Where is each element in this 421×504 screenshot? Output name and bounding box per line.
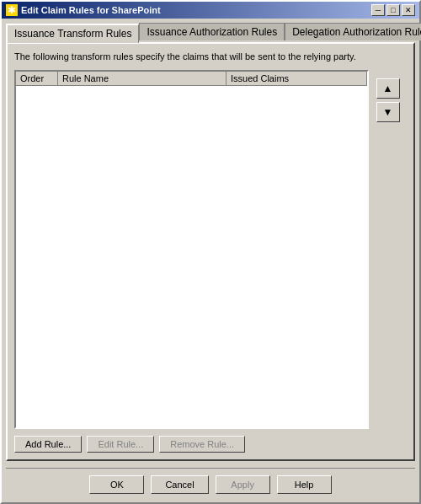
window-icon: ✱ (6, 4, 18, 16)
tab-issuance-transform[interactable]: Issuance Transform Rules (6, 24, 139, 43)
tab-content: The following transform rules specify th… (6, 42, 415, 461)
table-area: Order Rule Name Issued Claims Add Rule..… (14, 70, 369, 453)
apply-button[interactable]: Apply (216, 475, 270, 494)
add-rule-button[interactable]: Add Rule... (14, 436, 82, 453)
tab-issuance-authorization-label: Issuance Authorization Rules (147, 26, 277, 38)
edit-rule-button[interactable]: Edit Rule... (87, 436, 154, 453)
table-body (16, 86, 367, 427)
rule-buttons: Add Rule... Edit Rule... Remove Rule... (14, 436, 369, 453)
minimize-button[interactable]: ─ (371, 4, 385, 16)
column-header-issued-claims: Issued Claims (226, 72, 367, 85)
up-arrow-icon: ▲ (383, 83, 393, 94)
column-header-order: Order (16, 72, 58, 85)
tab-issuance-authorization[interactable]: Issuance Authorization Rules (139, 23, 285, 40)
help-button[interactable]: Help (277, 475, 332, 494)
cancel-button[interactable]: Cancel (151, 475, 208, 494)
title-bar: ✱ Edit Claim Rules for SharePoint ─ □ ✕ (2, 2, 419, 19)
window-content: Issuance Transform Rules Issuance Author… (2, 19, 419, 502)
column-header-rule-name: Rule Name (58, 72, 226, 85)
close-button[interactable]: ✕ (402, 4, 415, 16)
move-down-button[interactable]: ▼ (376, 102, 400, 122)
table-header: Order Rule Name Issued Claims (16, 72, 367, 86)
tab-delegation-authorization[interactable]: Delegation Authorization Rules (285, 23, 421, 40)
arrow-buttons: ▲ ▼ (373, 70, 402, 453)
tab-issuance-transform-label: Issuance Transform Rules (14, 28, 131, 40)
description-text: The following transform rules specify th… (14, 51, 407, 63)
main-area: Order Rule Name Issued Claims Add Rule..… (14, 70, 407, 453)
window-title: Edit Claim Rules for SharePoint (21, 5, 161, 15)
rules-table: Order Rule Name Issued Claims (14, 70, 369, 429)
remove-rule-button[interactable]: Remove Rule... (159, 436, 245, 453)
move-up-button[interactable]: ▲ (376, 78, 400, 99)
tab-bar: Issuance Transform Rules Issuance Author… (6, 23, 415, 42)
ok-button[interactable]: OK (89, 475, 144, 494)
maximize-button[interactable]: □ (386, 4, 400, 16)
title-bar-left: ✱ Edit Claim Rules for SharePoint (6, 4, 161, 16)
down-arrow-icon: ▼ (383, 106, 393, 118)
tab-delegation-authorization-label: Delegation Authorization Rules (292, 26, 421, 38)
main-window: ✱ Edit Claim Rules for SharePoint ─ □ ✕ … (0, 0, 421, 504)
bottom-bar: OK Cancel Apply Help (6, 468, 415, 498)
title-buttons: ─ □ ✕ (371, 4, 415, 16)
